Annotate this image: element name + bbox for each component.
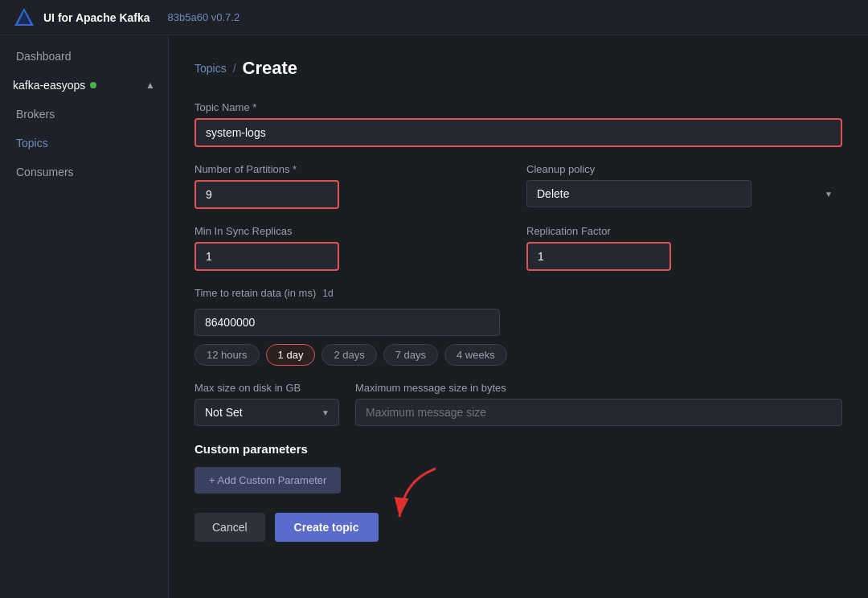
time-1d-button[interactable]: 1 day [266, 344, 316, 366]
max-disk-select[interactable]: Not Set 1 5 10 [194, 399, 339, 426]
replication-col: Replication Factor [526, 225, 842, 271]
cleanup-select-wrapper: Delete Compact Compact,Delete [526, 180, 842, 207]
time-12h-button[interactable]: 12 hours [194, 344, 260, 366]
time-4w-button[interactable]: 4 weeks [444, 344, 507, 366]
cluster-status-dot [90, 82, 96, 88]
retain-input[interactable] [194, 309, 500, 336]
time-buttons-group: 12 hours 1 day 2 days 7 days 4 weeks [194, 344, 842, 366]
sidebar: Dashboard kafka-easyops ▲ Brokers Topics… [0, 35, 169, 598]
sidebar-item-brokers[interactable]: Brokers [0, 100, 168, 129]
disk-msgsize-row: Max size on disk in GB Not Set 1 5 10 Ma… [194, 382, 842, 426]
partitions-col: Number of Partitions * [194, 163, 510, 209]
add-custom-param-button[interactable]: + Add Custom Parameter [194, 467, 341, 494]
cleanup-col: Cleanup policy Delete Compact Compact,De… [526, 163, 842, 209]
max-msg-input[interactable] [355, 399, 842, 426]
time-2d-button[interactable]: 2 days [321, 344, 376, 366]
topic-name-label: Topic Name * [194, 101, 842, 113]
cleanup-label: Cleanup policy [526, 163, 842, 175]
min-sync-input[interactable] [194, 242, 339, 271]
app-logo: UI for Apache Kafka 83b5a60 v0.7.2 [13, 6, 240, 29]
sidebar-item-consumers[interactable]: Consumers [0, 158, 168, 186]
sidebar-item-dashboard[interactable]: Dashboard [0, 42, 168, 71]
sidebar-cluster[interactable]: kafka-easyops ▲ [0, 71, 168, 100]
breadcrumb-topics-link[interactable]: Topics [194, 62, 227, 75]
main-content: Topics / Create Topic Name * Number of P… [169, 35, 868, 598]
topic-name-section: Topic Name * [194, 101, 842, 147]
breadcrumb-separator: / [233, 62, 236, 75]
max-disk-select-wrapper: Not Set 1 5 10 [194, 399, 339, 426]
kafka-logo-icon [13, 6, 35, 29]
time-7d-button[interactable]: 7 days [383, 344, 438, 366]
breadcrumb: Topics / Create [194, 58, 842, 79]
max-msg-label: Maximum message size in bytes [355, 382, 842, 394]
retain-hint: 1d [322, 288, 333, 299]
cancel-button[interactable]: Cancel [194, 513, 265, 542]
custom-params-section: Custom parameters + Add Custom Parameter [194, 442, 842, 494]
max-disk-col: Max size on disk in GB Not Set 1 5 10 [194, 382, 339, 426]
cleanup-select[interactable]: Delete Compact Compact,Delete [526, 180, 751, 207]
max-disk-label: Max size on disk in GB [194, 382, 339, 394]
partitions-input[interactable] [194, 180, 339, 209]
create-topic-button[interactable]: Create topic [275, 513, 379, 542]
breadcrumb-current: Create [243, 58, 297, 79]
cluster-name: kafka-easyops [13, 79, 85, 92]
chevron-up-icon: ▲ [145, 80, 155, 91]
topbar: UI for Apache Kafka 83b5a60 v0.7.2 [0, 0, 868, 35]
action-row: Cancel Create topic [194, 513, 842, 542]
max-msg-col: Maximum message size in bytes [355, 382, 842, 426]
min-sync-col: Min In Sync Replicas [194, 225, 510, 271]
app-version: 83b5a60 v0.7.2 [168, 11, 240, 23]
app-name: UI for Apache Kafka [43, 11, 150, 24]
retain-section: Time to retain data (in ms) 1d 12 hours … [194, 287, 842, 366]
partitions-label: Number of Partitions * [194, 163, 510, 175]
replication-input[interactable] [526, 242, 671, 271]
replication-label: Replication Factor [526, 225, 842, 237]
retain-label: Time to retain data (in ms) [194, 287, 316, 299]
topic-name-input[interactable] [194, 118, 842, 147]
custom-params-title: Custom parameters [194, 442, 842, 456]
sidebar-item-topics[interactable]: Topics [0, 129, 168, 158]
min-sync-label: Min In Sync Replicas [194, 225, 510, 237]
sync-replication-row: Min In Sync Replicas Replication Factor [194, 225, 842, 271]
retain-label-row: Time to retain data (in ms) 1d [194, 287, 842, 299]
partitions-cleanup-row: Number of Partitions * Cleanup policy De… [194, 163, 842, 209]
